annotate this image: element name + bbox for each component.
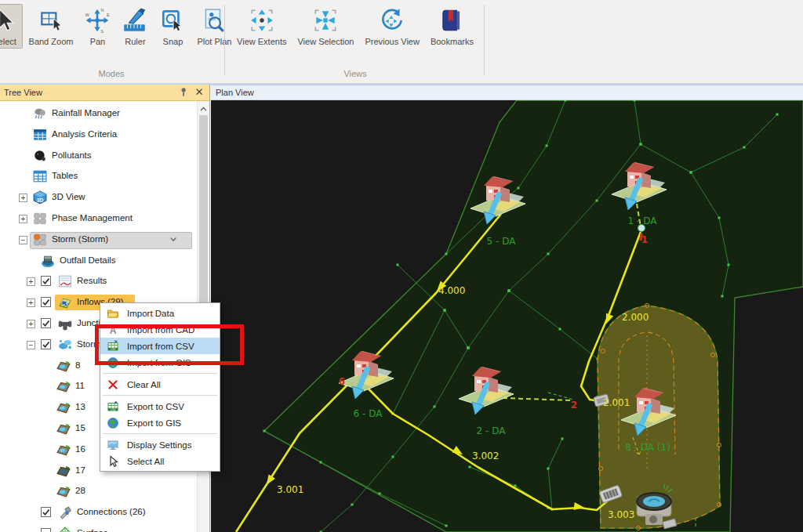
chevron-down-icon[interactable] [169, 236, 178, 244]
ribbon-button-label: Snap [163, 37, 183, 46]
vertex-node [634, 100, 636, 102]
menu-item-label: Import from CAD [127, 325, 194, 335]
ribbon-button-label: View Extents [237, 37, 286, 46]
tree-checkbox[interactable] [41, 318, 51, 328]
csv-export-icon: CSV [107, 400, 119, 413]
plan-canvas[interactable]: 5 - DA1 - DA6 - DA2 - DA8 - DA (1)4.0002… [211, 100, 803, 532]
tree-item-pollutants[interactable]: Pollutants [0, 147, 197, 165]
vertex-node [547, 468, 550, 470]
menu-item-label: Import from CSV [127, 342, 194, 351]
tree-expander-plus[interactable]: + [19, 215, 27, 223]
tree-checkbox[interactable] [41, 507, 51, 517]
svg-text:S: S [101, 29, 104, 34]
tree-checkbox[interactable] [41, 528, 51, 532]
tree-checkbox[interactable] [41, 339, 51, 349]
tree-item-results[interactable]: +Results [0, 272, 197, 291]
tree-item-outfall-details[interactable]: Outfall Details [0, 252, 197, 270]
inflows-icon [58, 295, 72, 309]
menu-item-import-from-cad[interactable]: AImport from CAD [100, 321, 220, 338]
vertex-node [469, 466, 471, 469]
pond-icon [56, 443, 71, 457]
ribbon-button-view-selection[interactable]: View Selection [292, 4, 358, 49]
menu-item-import-from-csv[interactable]: CSVImport from CSV [100, 338, 220, 354]
tree-item-phase-management[interactable]: +Phase Management [0, 209, 197, 228]
plan-drawing[interactable]: 5 - DA1 - DA6 - DA2 - DA8 - DA (1)4.0002… [211, 100, 803, 532]
tree-item-tables[interactable]: Tables [0, 167, 197, 186]
swc-icon [58, 338, 72, 352]
tree-item-storm-storm[interactable]: −Storm (Storm) [0, 230, 197, 249]
svg-text:E: E [107, 13, 110, 17]
ribbon-button-view-extents[interactable]: View Extents [232, 4, 291, 49]
tree-item-28[interactable]: 28 [0, 482, 197, 501]
tree-item-label: Surface [77, 528, 108, 532]
menu-item-import-from-gis[interactable]: Import from GIS [100, 354, 220, 371]
tree-item-label: 11 [75, 381, 85, 390]
tree-checkbox[interactable] [41, 276, 51, 286]
ribbon-button-label: Bookmarks [431, 37, 474, 46]
close-icon[interactable] [194, 87, 205, 98]
tree-item-connections-26[interactable]: Connections (26) [0, 503, 197, 522]
ribbon-button-label: Band Zoom [29, 37, 74, 46]
ribbon-button-band-zoom[interactable]: Band Zoom [24, 4, 78, 49]
tree-expander-plus[interactable]: + [19, 194, 27, 202]
menu-item-import-data[interactable]: Import Data [100, 305, 220, 321]
vertex-node [559, 328, 561, 331]
menu-item-export-to-csv[interactable]: CSVExport to CSV [100, 398, 220, 414]
globe-icon [107, 417, 119, 429]
ribbon-button-pan[interactable]: NSWEPan [79, 4, 115, 49]
tree-expander-minus[interactable]: − [27, 341, 35, 349]
scrollbar-up-arrow[interactable] [199, 103, 208, 112]
menu-item-select-all[interactable]: Select All [100, 453, 220, 469]
pipe-label: 3.003 [608, 509, 634, 520]
node-number-label: 2 [571, 400, 577, 411]
menu-item-display-settings[interactable]: Display Settings [100, 436, 220, 453]
tree-item-label: Analysis Criteria [52, 129, 117, 139]
pin-icon[interactable] [179, 87, 190, 98]
menu-item-export-to-gis[interactable]: Export to GIS [100, 414, 220, 431]
menu-item-clear-all[interactable]: Clear All [100, 376, 220, 393]
tree-item-label: Tables [52, 171, 78, 180]
tree-item-3d-view[interactable]: +3D3D View [0, 188, 197, 207]
ribbon-button-previous-view[interactable]: Previous View [360, 4, 424, 49]
phase-icon [33, 212, 47, 226]
tree-item-label: Pollutants [52, 150, 92, 160]
ribbon-button-select[interactable]: Select [0, 4, 23, 49]
tree-item-label: Phase Management [52, 213, 133, 223]
tree-item-surface[interactable]: Surface [0, 524, 197, 532]
tree-item-label: 16 [75, 444, 85, 454]
tree-expander-plus[interactable]: + [27, 277, 35, 286]
vertex-node [263, 430, 266, 432]
vertex-node [561, 438, 564, 440]
vertex-node [397, 264, 399, 266]
menu-separator [103, 433, 217, 434]
tree-item-analysis-criteria[interactable]: Analysis Criteria [0, 125, 197, 144]
outfall-icon [41, 254, 55, 268]
view-3d-icon: 3D [33, 190, 47, 204]
tree-item-rainfall-manager[interactable]: Rainfall Manager [0, 104, 197, 123]
ribbon-button-snap[interactable]: Snap [154, 4, 191, 49]
tree-expander-minus[interactable]: − [19, 236, 27, 244]
tree-checkbox[interactable] [41, 297, 51, 307]
tables-icon [33, 169, 47, 183]
svg-text:CSV: CSV [111, 347, 117, 350]
ribbon-button-ruler[interactable]: Ruler [117, 4, 153, 49]
ribbon-button-label: Plot Plan [197, 37, 231, 46]
surface-icon [58, 527, 72, 532]
select-icon [0, 7, 18, 34]
tree-item-label: Results [77, 276, 107, 285]
tree-expander-plus[interactable]: + [27, 299, 35, 307]
ribbon-group-modes: SelectBand ZoomNSWEPanRulerSnapPlot Plan… [0, 0, 223, 81]
pond-icon [56, 400, 71, 414]
vertex-node [467, 347, 470, 349]
ribbon-button-bookmarks[interactable]: Bookmarks [426, 4, 478, 49]
plan-view-tab[interactable]: Plan View [211, 85, 803, 100]
tree-view-header: Tree View [0, 85, 209, 101]
ribbon-group-title: Views [229, 69, 481, 78]
application-window: SelectBand ZoomNSWEPanRulerSnapPlot Plan… [0, 0, 803, 532]
ribbon-button-label: View Selection [297, 37, 354, 46]
tree-expander-plus[interactable]: + [27, 320, 35, 328]
folder-open-icon [107, 307, 119, 320]
vertex-node [546, 145, 548, 147]
cursor-icon [107, 455, 119, 468]
da-label: 2 - DA [477, 425, 507, 436]
